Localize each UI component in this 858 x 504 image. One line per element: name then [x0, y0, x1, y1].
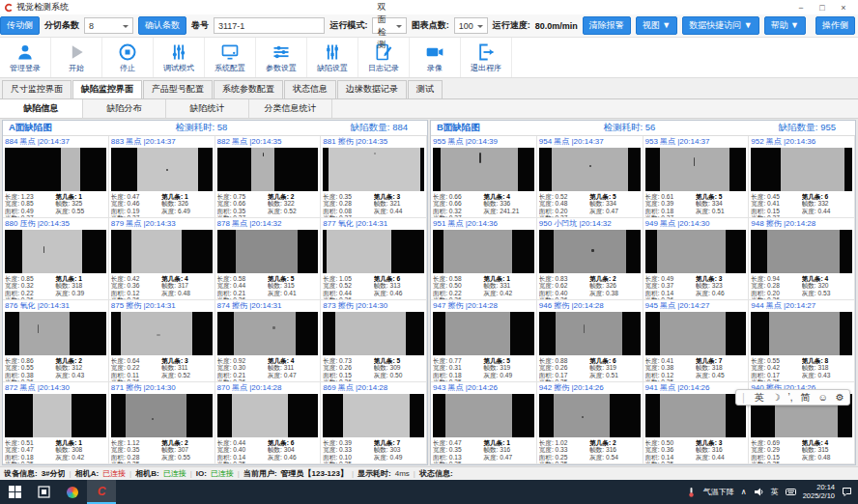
volume-icon[interactable] — [754, 487, 764, 497]
taskbar-clock[interactable]: 20:14 2025/2/10 — [803, 484, 835, 500]
system-config-button[interactable]: 系统配置 — [205, 38, 256, 77]
stat-line: 灰度: 0.50 — [374, 372, 424, 378]
slit-count-select[interactable]: 8 — [84, 17, 133, 34]
chart-points-select[interactable]: 100 — [454, 17, 488, 34]
defect-cell[interactable]: 878 黑点 |20:14:32长度: 0.58宽度: 0.44面积: 0.21… — [215, 218, 322, 300]
tab-sub-3[interactable]: 分类信息统计 — [249, 99, 332, 118]
confirm-count-button[interactable]: 确认条数 — [138, 16, 186, 35]
stat-line: 灰度: 0.49 — [374, 454, 424, 461]
defect-cell[interactable]: 945 黑点 |20:14:27长度: 0.41宽度: 0.38面积: 0.12… — [644, 300, 750, 382]
defect-cell[interactable]: 882 黑点 |20:14:35长度: 0.75宽度: 0.66面积: 0.35… — [215, 136, 322, 218]
drive-side-button[interactable]: 传动侧 — [0, 16, 40, 35]
defect-cell[interactable]: 875 擦伤 |20:14:31长度: 0.64宽度: 0.22面积: 0.11… — [109, 300, 215, 382]
ime-lang-indicator[interactable]: 英 — [771, 487, 779, 497]
start-button[interactable]: 开始 — [51, 38, 102, 77]
defect-cell[interactable]: 949 黑点 |20:14:30长度: 0.49宽度: 0.37面积: 0.14… — [644, 218, 750, 300]
defect-cell[interactable]: 947 擦伤 |20:14:28长度: 0.77宽度: 0.31面积: 0.18… — [431, 300, 537, 382]
maximize-icon[interactable]: □ — [812, 1, 833, 14]
sub-tab-bar: 缺陷信息缺陷分布缺陷统计分类信息统计 — [0, 99, 858, 119]
stat-line: 面积: 0.11 — [111, 372, 161, 378]
weather-text[interactable]: 气温下降 — [703, 487, 734, 497]
defect-cell[interactable]: 948 擦伤 |20:14:28长度: 0.94宽度: 0.28面积: 0.20… — [749, 218, 855, 300]
defect-image — [217, 394, 319, 437]
start-button[interactable] — [0, 480, 29, 504]
defect-settings-button[interactable]: 缺陷设置 — [307, 38, 358, 77]
ime-moon-icon[interactable]: ☽ — [772, 392, 781, 403]
defect-cell[interactable]: 883 黑点 |20:14:37长度: 0.47宽度: 0.46面积: 0.19… — [109, 136, 215, 218]
stat-line: 面积: 0.10 — [323, 454, 373, 461]
stat-line: 灰度: 0.45 — [696, 372, 746, 378]
data-quick-access-button[interactable]: 数据快捷访问 ▼ — [682, 16, 758, 35]
defect-cell[interactable]: 950 小凹坑 |20:14:32长度: 0.83宽度: 0.62面积: 0.4… — [537, 218, 644, 300]
ime-grip-icon[interactable]: │ — [741, 393, 747, 403]
tab-main-2[interactable]: 产品型号配置 — [143, 80, 213, 98]
stat-line: 面积: 0.35 — [217, 208, 268, 214]
defect-cell[interactable]: 872 黑点 |20:14:30长度: 0.51宽度: 0.47面积: 0.18… — [3, 382, 109, 464]
exit-program-button[interactable]: 退出程序 — [461, 38, 512, 77]
thermometer-icon[interactable] — [686, 487, 697, 497]
stats-left-column: 长度: 0.41宽度: 0.38面积: 0.12米数: 0.35 — [645, 357, 696, 382]
param-settings-button[interactable]: 参数设置 — [256, 38, 307, 77]
defect-cell[interactable]: 942 擦伤 |20:14:26长度: 1.02宽度: 0.33面积: 0.25… — [537, 382, 644, 464]
tab-sub-0[interactable]: 缺陷信息 — [0, 99, 83, 118]
defect-cell[interactable]: 879 黑点 |20:14:33长度: 0.42宽度: 0.36面积: 0.12… — [109, 218, 215, 300]
defect-cell[interactable]: 874 擦伤 |20:14:31长度: 0.92宽度: 0.30面积: 0.21… — [215, 300, 322, 382]
ime-punctuation-button[interactable]: ’, — [788, 392, 793, 403]
inspection-app-taskbar-icon[interactable]: C — [87, 480, 116, 504]
ime-lang-en-button[interactable]: 英 — [755, 391, 764, 405]
task-view-button[interactable] — [29, 480, 58, 504]
ime-settings-gear-icon[interactable]: ⚙ — [836, 392, 844, 403]
help-menu-button[interactable]: 帮助 ▼ — [764, 16, 806, 35]
tab-main-6[interactable]: 测试 — [408, 80, 443, 98]
stat-line: 长度: 0.35 — [323, 193, 373, 200]
close-icon[interactable]: × — [833, 1, 854, 14]
clear-alarm-button[interactable]: 清除报警 — [583, 16, 631, 35]
defect-cell[interactable]: 870 黑点 |20:14:28长度: 0.44宽度: 0.40面积: 0.14… — [215, 382, 322, 464]
tab-sub-1[interactable]: 缺陷分布 — [83, 99, 166, 118]
defect-cell[interactable]: 880 压伤 |20:14:35长度: 0.85宽度: 0.32面积: 0.22… — [3, 218, 109, 300]
defect-cell[interactable]: 877 氧化 |20:14:31长度: 1.05宽度: 0.52面积: 0.44… — [321, 218, 427, 300]
keyboard-icon[interactable] — [786, 487, 796, 497]
minimize-icon[interactable]: − — [790, 1, 812, 14]
debug-mode-button[interactable]: 调试模式 — [154, 38, 205, 77]
stat-line: 宽度: 0.38 — [645, 364, 696, 371]
defect-cell[interactable]: 869 黑点 |20:14:28长度: 0.39宽度: 0.33面积: 0.10… — [321, 382, 427, 464]
view-menu-button[interactable]: 视图 ▼ — [636, 16, 677, 35]
operator-side-button[interactable]: 操作侧 — [815, 16, 855, 35]
defect-cell[interactable]: 951 黑点 |20:14:36长度: 0.58宽度: 0.50面积: 0.22… — [431, 218, 537, 300]
stat-line: 灰度: 0.54 — [589, 454, 640, 461]
tab-main-3[interactable]: 系统参数配置 — [214, 80, 283, 98]
run-mode-select[interactable]: 双面检测 — [372, 17, 406, 34]
ime-simplified-button[interactable]: 简 — [801, 391, 811, 405]
defect-cell[interactable]: 946 擦伤 |20:14:28长度: 0.88宽度: 0.26面积: 0.17… — [537, 300, 644, 382]
tab-main-4[interactable]: 状态信息 — [284, 80, 336, 98]
stop-button[interactable]: 停止 — [102, 38, 154, 77]
ime-emoji-icon[interactable]: ☺ — [818, 392, 828, 403]
defect-cell[interactable]: 954 黑点 |20:14:37长度: 0.52宽度: 0.48面积: 0.20… — [537, 136, 644, 218]
notification-icon[interactable] — [842, 487, 852, 497]
stat-line: 面积: 0.17 — [751, 372, 801, 378]
tab-main-0[interactable]: 尺寸监控界面 — [2, 80, 72, 98]
defect-cell[interactable]: 884 黑点 |20:14:37长度: 1.23宽度: 0.85面积: 0.49… — [3, 136, 109, 218]
defect-cell[interactable]: 944 黑点 |20:14:27长度: 0.55宽度: 0.42面积: 0.17… — [749, 300, 855, 382]
manage-login-button[interactable]: 管理登录 — [0, 38, 51, 77]
stat-line: 宽度: 0.37 — [645, 282, 696, 289]
defect-cell[interactable]: 881 擦伤 |20:14:35长度: 0.35宽度: 0.28面积: 0.08… — [321, 136, 427, 218]
tab-sub-2[interactable]: 缺陷统计 — [166, 99, 249, 118]
defect-cell[interactable]: 955 黑点 |20:14:39长度: 0.66宽度: 0.66面积: 0.32… — [431, 136, 537, 218]
tab-main-1[interactable]: 缺陷监控界面 — [72, 80, 142, 98]
defect-cell[interactable]: 876 氧化 |20:14:31长度: 0.86宽度: 0.55面积: 0.38… — [3, 300, 109, 382]
tab-main-5[interactable]: 边缘数据记录 — [337, 80, 407, 98]
recording-button[interactable]: 录像 — [410, 38, 461, 77]
defect-cell[interactable]: 953 黑点 |20:14:37长度: 0.61宽度: 0.39面积: 0.18… — [644, 136, 750, 218]
browser-taskbar-icon[interactable] — [58, 480, 87, 504]
defect-cell[interactable]: 871 擦伤 |20:14:30长度: 1.12宽度: 0.35面积: 0.28… — [109, 382, 215, 464]
defect-cell[interactable]: 873 擦伤 |20:14:30长度: 0.73宽度: 0.26面积: 0.15… — [321, 300, 427, 382]
defect-cell[interactable]: 952 黑点 |20:14:36长度: 0.45宽度: 0.41面积: 0.15… — [749, 136, 855, 218]
stat-line: 帧数: 332 — [802, 200, 852, 207]
defect-cell[interactable]: 943 黑点 |20:14:26长度: 0.47宽度: 0.35面积: 0.13… — [431, 382, 537, 464]
tray-expand-icon[interactable]: ∧ — [741, 488, 747, 496]
defect-cell[interactable]: 941 黑点 |20:14:26长度: 0.50宽度: 0.36面积: 0.14… — [644, 382, 750, 464]
user-icon — [15, 42, 35, 62]
roll-number-input[interactable]: 3117-1 — [214, 17, 325, 34]
